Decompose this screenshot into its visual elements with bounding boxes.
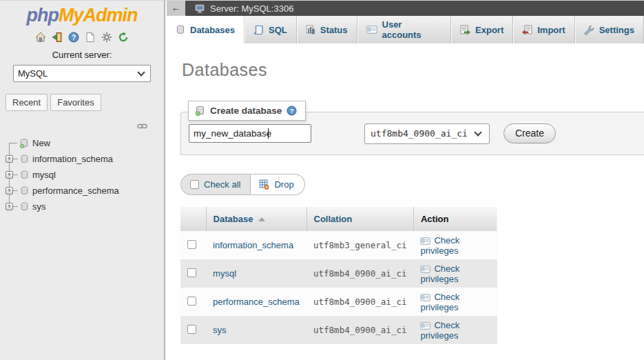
privileges-card-icon — [420, 237, 430, 245]
collation-value: utf8mb3_general_ci — [307, 231, 413, 259]
expand-icon[interactable]: + — [6, 187, 13, 194]
table-header-row: Database Collation Action — [180, 207, 497, 231]
settings-icon[interactable] — [101, 32, 113, 43]
svg-text:?: ? — [72, 34, 76, 41]
tree-item-new[interactable]: New — [0, 135, 164, 151]
logout-icon[interactable] — [52, 32, 63, 43]
content-area: Databases Create database ? utf8mb4_0900… — [167, 60, 644, 344]
expand-icon[interactable]: + — [6, 155, 13, 163]
tree-item-label: sys — [32, 201, 46, 212]
server-select-wrap: MySQL — [13, 65, 151, 82]
drop-button[interactable]: Drop — [251, 174, 304, 195]
collation-select[interactable]: utf8mb4_0900_ai_ci — [364, 123, 490, 144]
database-icon — [20, 202, 29, 211]
tab-status[interactable]: Status — [297, 16, 357, 43]
link-row — [0, 120, 164, 130]
tree-item-label: information_schema — [32, 154, 113, 164]
collation-value: utf8mb4_0900_ai_ci — [307, 259, 413, 288]
database-icon — [20, 186, 29, 195]
logo-php-text: php — [27, 5, 59, 26]
database-link[interactable]: mysql — [213, 268, 236, 279]
server-monitor-icon — [195, 4, 205, 13]
tree-item-label: mysql — [32, 170, 56, 180]
create-database-legend: Create database ? — [188, 101, 306, 121]
docs-icon[interactable] — [85, 32, 96, 43]
panel-tab-row: Recent Favorites — [6, 94, 164, 111]
unlink-panel-icon[interactable] — [137, 120, 147, 132]
home-icon[interactable] — [35, 32, 47, 43]
expand-icon[interactable]: + — [6, 171, 13, 179]
database-icon — [20, 170, 29, 179]
import-icon — [522, 25, 532, 34]
help-icon[interactable]: ? — [68, 32, 80, 43]
sort-collation-link[interactable]: Collation — [314, 214, 353, 224]
tree-item-information-schema[interactable]: + information_schema — [0, 151, 164, 167]
main-tab-bar: Databases SQL Status User accounts Expor… — [167, 16, 644, 43]
create-button[interactable]: Create — [503, 123, 556, 143]
server-title: Server: MySQL:3306 — [210, 3, 293, 14]
check-all-label: Check all — [204, 179, 240, 190]
current-server-label: Current server: — [0, 50, 164, 60]
collapse-panel-button[interactable]: ← — [167, 1, 185, 16]
tab-sql[interactable]: SQL — [245, 16, 297, 43]
export-icon — [460, 25, 470, 34]
refresh-icon[interactable] — [118, 32, 129, 43]
collation-value: utf8mb4_0900_ai_ci — [307, 288, 413, 316]
database-link[interactable]: information_schema — [213, 240, 293, 250]
privileges-card-icon — [420, 266, 430, 273]
collation-value: utf8mb4_0900_ai_ci — [307, 316, 413, 344]
row-checkbox[interactable] — [187, 325, 196, 334]
tab-settings[interactable]: Settings — [575, 16, 644, 43]
page-title: Databases — [182, 60, 644, 80]
header-database: Database — [206, 207, 307, 231]
collation-select-wrap: utf8mb4_0900_ai_ci — [364, 123, 490, 144]
tree-item-sys[interactable]: + sys — [0, 199, 164, 214]
tree-item-mysql[interactable]: + mysql — [0, 167, 164, 183]
tab-favorites[interactable]: Favorites — [50, 94, 101, 111]
tab-recent[interactable]: Recent — [6, 94, 48, 111]
databases-table: Database Collation Action information_sc… — [180, 207, 497, 344]
tree-item-label: performance_schema — [32, 186, 119, 196]
table-row: information_schema utf8mb3_general_ci Ch… — [180, 231, 497, 259]
main-area: ← Server: MySQL:3306 Databases SQL Statu… — [167, 1, 644, 360]
database-name-input[interactable] — [189, 124, 311, 143]
privileges-card-icon — [420, 294, 430, 301]
database-link[interactable]: sys — [213, 325, 227, 335]
database-tree: New + information_schema + mysql + perfo… — [0, 135, 164, 214]
drop-label: Drop — [274, 179, 293, 190]
help-circle-icon[interactable]: ? — [287, 106, 297, 116]
database-link[interactable]: performance_schema — [213, 297, 300, 307]
sort-database-link[interactable]: Database — [214, 214, 253, 224]
tree-item-performance-schema[interactable]: + performance_schema — [0, 183, 164, 199]
navigation-panel: phpMyAdmin ? Current server: MySQL Recen… — [0, 1, 165, 360]
tab-databases[interactable]: Databases — [167, 16, 245, 43]
row-checkbox[interactable] — [187, 297, 196, 306]
row-checkbox[interactable] — [187, 268, 196, 277]
bulk-actions: Check all Drop — [180, 174, 305, 195]
table-row: mysql utf8mb4_0900_ai_ci Check privilege… — [180, 259, 497, 288]
create-database-fieldset: Create database ? utf8mb4_0900_ai_ci Cre… — [180, 112, 644, 155]
quick-icon-row: ? — [0, 31, 164, 43]
server-select[interactable]: MySQL — [13, 65, 151, 82]
server-topbar: ← Server: MySQL:3306 — [167, 1, 644, 16]
privileges-card-icon — [420, 322, 430, 330]
drop-table-icon — [259, 179, 269, 190]
tab-export[interactable]: Export — [451, 16, 513, 43]
database-name-wrap — [189, 124, 311, 143]
svg-text:?: ? — [290, 108, 294, 114]
row-checkbox[interactable] — [187, 240, 196, 249]
sort-asc-icon — [258, 217, 265, 221]
phpmyadmin-logo[interactable]: phpMyAdmin — [0, 5, 164, 26]
logo-myadmin-text: MyAdmin — [59, 5, 138, 26]
sql-icon — [253, 25, 264, 35]
header-action: Action — [413, 207, 497, 231]
tab-user-accounts[interactable]: User accounts — [357, 16, 452, 43]
check-all-button[interactable]: Check all — [180, 174, 251, 195]
check-all-checkbox[interactable] — [190, 180, 199, 189]
expand-icon[interactable]: + — [6, 203, 13, 210]
tree-item-label: New — [32, 138, 50, 148]
table-row: sys utf8mb4_0900_ai_ci Check privileges — [180, 316, 497, 344]
create-database-legend-label: Create database — [210, 106, 282, 116]
settings-wrench-icon — [584, 25, 594, 35]
tab-import[interactable]: Import — [513, 16, 574, 43]
